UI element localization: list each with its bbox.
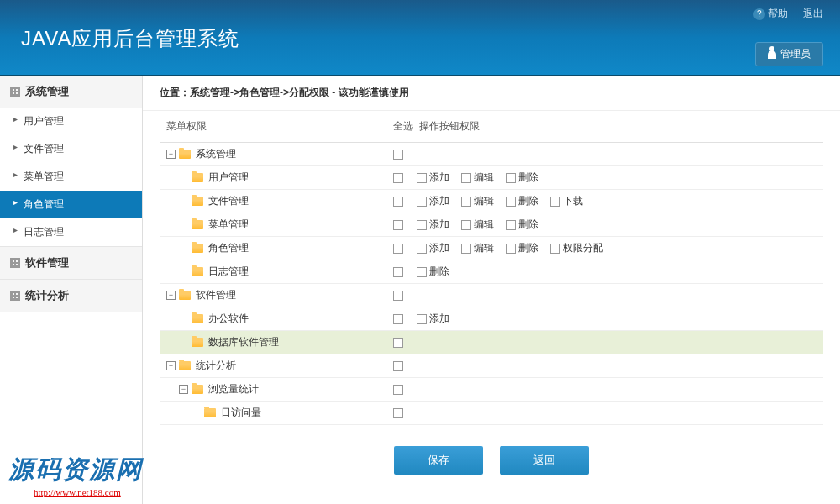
action-checkbox-add[interactable]: 添加 [417,171,449,185]
help-link[interactable]: 帮助 [753,8,788,19]
action-checkbox-add[interactable]: 添加 [417,218,449,232]
tree-node-label[interactable]: 统计分析 [196,359,236,373]
action-checkbox-edit[interactable]: 编辑 [461,241,494,255]
sidebar-item[interactable]: 角色管理 [0,191,142,218]
action-checkbox-delete[interactable]: 删除 [506,241,538,255]
checkbox[interactable] [461,244,471,254]
grid-icon [10,258,20,268]
folder-icon [192,338,203,347]
grid-icon [10,87,20,97]
checkbox[interactable] [461,173,471,183]
sidebar-item[interactable]: 用户管理 [0,108,142,135]
table-row: 文件管理 添加编辑删除下载 [160,190,823,213]
select-all-checkbox[interactable] [393,220,403,230]
folder-icon [179,291,191,300]
checkbox[interactable] [550,197,560,207]
checkbox[interactable] [461,197,471,207]
tree-node-label[interactable]: 日访问量 [221,406,261,420]
breadcrumb: 位置：系统管理->角色管理->分配权限 - 该功能谨慎使用 [143,76,840,111]
tree-node-label[interactable]: 软件管理 [196,288,236,302]
tree-toggle-icon[interactable]: − [179,385,188,394]
tree-node-label[interactable]: 角色管理 [208,241,249,255]
checkbox[interactable] [417,267,427,277]
grid-icon [10,291,20,301]
action-perm-label: 操作按钮权限 [419,120,480,132]
sidebar-item[interactable]: 文件管理 [0,135,142,163]
checkbox[interactable] [417,220,427,230]
select-all-checkbox[interactable] [393,361,403,371]
checkbox[interactable] [506,220,516,230]
folder-icon [192,267,203,276]
action-checkbox-edit[interactable]: 编辑 [461,171,494,185]
tree-toggle-icon[interactable]: − [166,291,176,300]
checkbox[interactable] [506,244,516,254]
folder-icon [192,220,203,229]
checkbox[interactable] [550,244,560,254]
tree-node-label[interactable]: 菜单管理 [208,218,249,232]
table-row: 用户管理 添加编辑删除 [160,166,823,190]
action-checkbox-delete[interactable]: 删除 [417,265,449,279]
tree-node-label[interactable]: 办公软件 [208,312,249,326]
select-all-checkbox[interactable] [393,244,403,254]
action-checkbox-delete[interactable]: 删除 [506,194,538,208]
tree-node-label[interactable]: 文件管理 [208,194,249,208]
select-all-checkbox[interactable] [393,173,403,183]
logout-link[interactable]: 退出 [801,8,823,19]
table-row: 数据库软件管理 [160,331,823,354]
user-button[interactable]: 管理员 [755,42,823,66]
action-checkbox-add[interactable]: 添加 [417,194,449,208]
button-row: 保存 返回 [143,425,840,496]
sidebar: 系统管理用户管理文件管理菜单管理角色管理日志管理软件管理统计分析 [0,76,143,504]
action-checkbox-edit[interactable]: 编辑 [461,194,494,208]
table-row: 菜单管理 添加编辑删除 [160,213,823,237]
sidebar-item[interactable]: 菜单管理 [0,163,142,191]
folder-icon [204,408,216,417]
table-row: −浏览量统计 [160,378,823,402]
table-row: −系统管理 [160,143,823,166]
folder-icon [192,385,203,394]
back-button[interactable]: 返回 [500,446,589,475]
select-all-checkbox[interactable] [393,338,403,348]
action-checkbox-delete[interactable]: 删除 [506,218,538,232]
save-button[interactable]: 保存 [394,446,483,475]
folder-icon [192,314,203,323]
app-header: 帮助 退出 JAVA应用后台管理系统 管理员 [0,0,840,76]
checkbox[interactable] [461,220,471,230]
select-all-checkbox[interactable] [393,267,403,277]
folder-icon [179,150,191,159]
sidebar-group-header[interactable]: 统计分析 [0,280,142,312]
sidebar-group-header[interactable]: 软件管理 [0,247,142,279]
select-all-checkbox[interactable] [393,150,403,160]
action-checkbox-edit[interactable]: 编辑 [461,218,494,232]
table-row: 办公软件 添加 [160,307,823,331]
tree-node-label[interactable]: 用户管理 [208,171,249,185]
checkbox[interactable] [417,173,427,183]
select-all-checkbox[interactable] [393,197,403,207]
folder-icon [179,361,191,370]
checkbox[interactable] [417,314,427,324]
tree-toggle-icon[interactable]: − [166,361,176,370]
sidebar-item[interactable]: 日志管理 [0,218,142,246]
tree-node-label[interactable]: 系统管理 [196,147,236,161]
tree-toggle-icon[interactable]: − [166,150,176,159]
select-all-checkbox[interactable] [393,314,403,324]
tree-node-label[interactable]: 日志管理 [208,265,249,279]
checkbox[interactable] [417,197,427,207]
select-all-checkbox[interactable] [393,408,403,418]
checkbox[interactable] [417,244,427,254]
tree-node-label[interactable]: 数据库软件管理 [208,335,279,349]
sidebar-group-header[interactable]: 系统管理 [0,76,142,108]
main-content: 位置：系统管理->角色管理->分配权限 - 该功能谨慎使用 菜单权限 全选 操作… [143,76,840,504]
action-checkbox-assign[interactable]: 权限分配 [550,241,603,255]
tree-node-label[interactable]: 浏览量统计 [208,382,259,396]
action-checkbox-download[interactable]: 下载 [550,194,583,208]
checkbox[interactable] [506,197,516,207]
select-all-checkbox[interactable] [393,385,403,395]
action-checkbox-add[interactable]: 添加 [417,312,449,326]
checkbox[interactable] [506,173,516,183]
folder-icon [192,244,203,253]
table-row: −软件管理 [160,284,823,307]
action-checkbox-add[interactable]: 添加 [417,241,449,255]
select-all-checkbox[interactable] [393,291,403,301]
action-checkbox-delete[interactable]: 删除 [506,171,538,185]
